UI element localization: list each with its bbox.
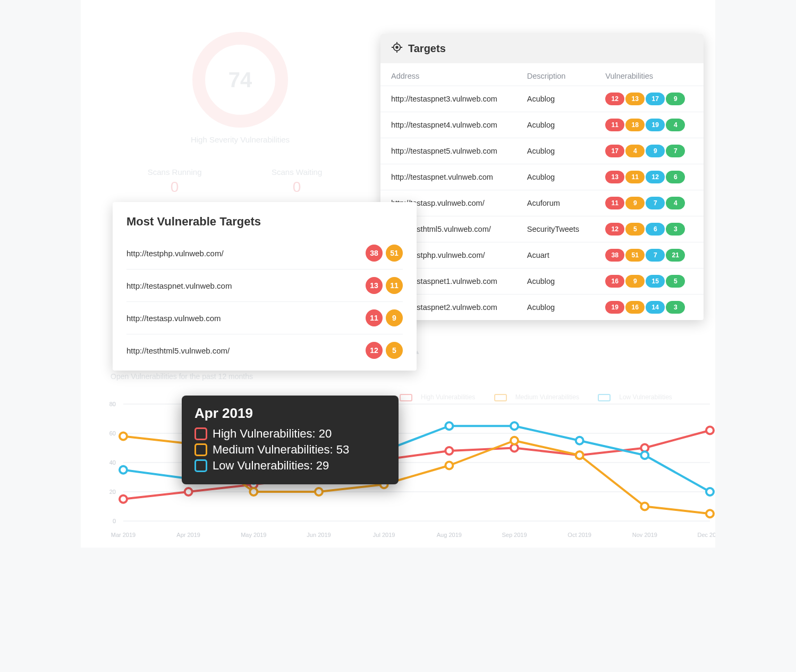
table-row[interactable]: http://testaspnet4.vulnweb.comAcublog111… bbox=[380, 112, 704, 138]
table-row[interactable]: http://testasp.vulnweb.com/Acuforum11974 bbox=[380, 190, 704, 216]
table-row[interactable]: http://testaspnet5.vulnweb.comAcublog174… bbox=[380, 138, 704, 164]
target-description: Acublog bbox=[516, 268, 595, 295]
severity-badge: 9 bbox=[646, 145, 665, 157]
severity-badge: 16 bbox=[605, 275, 624, 288]
severity-badge: 21 bbox=[666, 249, 685, 262]
severity-badge: 19 bbox=[605, 301, 624, 314]
table-row[interactable]: http://testaspnet.vulnweb.comAcublog1311… bbox=[380, 164, 704, 190]
target-vuln-badges: 17497 bbox=[595, 138, 704, 164]
col-vulnerabilities: Vulnerabilities bbox=[595, 63, 704, 86]
svg-text:Nov 2019: Nov 2019 bbox=[632, 532, 657, 538]
severity-badge: 4 bbox=[666, 197, 685, 209]
svg-text:Dec 2019: Dec 2019 bbox=[697, 532, 715, 538]
table-row[interactable]: http://testaspnet3.vulnweb.comAcublog121… bbox=[380, 86, 704, 112]
scans-running-value: 0 bbox=[148, 179, 202, 196]
mvt-address: http://testhtml5.vulnweb.com/ bbox=[126, 346, 230, 355]
donut-label: High Severity Vulnerabilities bbox=[187, 135, 293, 144]
severity-badge: 12 bbox=[646, 171, 665, 183]
severity-badge: 15 bbox=[646, 275, 665, 288]
table-row[interactable]: http://testaspnet1.vulnweb.comAcublog169… bbox=[380, 268, 704, 295]
severity-badge: 7 bbox=[646, 197, 665, 209]
targets-header: Targets bbox=[380, 34, 704, 63]
tooltip-title: Apr 2019 bbox=[194, 405, 386, 422]
list-item[interactable]: http://testhtml5.vulnweb.com/125 bbox=[126, 334, 403, 366]
svg-text:Apr 2019: Apr 2019 bbox=[176, 532, 200, 538]
severity-badge: 5 bbox=[666, 275, 685, 288]
table-row[interactable]: http://testaspnet2.vulnweb.comAcublog191… bbox=[380, 295, 704, 321]
svg-point-38 bbox=[250, 488, 257, 495]
scans-waiting-label: Scans Waiting bbox=[272, 167, 322, 177]
svg-text:40: 40 bbox=[109, 459, 116, 466]
svg-point-27 bbox=[185, 488, 192, 495]
target-description: Acublog bbox=[516, 86, 595, 112]
svg-point-39 bbox=[315, 488, 323, 495]
target-vuln-badges: 1213179 bbox=[595, 86, 704, 112]
target-address: http://testaspnet4.vulnweb.com bbox=[380, 112, 516, 138]
table-row[interactable]: http://testhtml5.vulnweb.com/SecurityTwe… bbox=[380, 216, 704, 242]
severity-badge: 3 bbox=[666, 301, 685, 314]
list-item[interactable]: http://testaspnet.vulnweb.com1311 bbox=[126, 269, 403, 301]
svg-point-51 bbox=[445, 422, 453, 430]
severity-badge: 11 bbox=[625, 171, 645, 183]
targets-title: Targets bbox=[408, 43, 446, 55]
svg-point-55 bbox=[706, 488, 714, 495]
target-address: http://testaspnet3.vulnweb.com bbox=[380, 86, 516, 112]
svg-text:Oct 2019: Oct 2019 bbox=[568, 532, 591, 538]
severity-badge: 16 bbox=[625, 301, 645, 314]
target-description: Acuforum bbox=[516, 190, 595, 216]
svg-text:Sep 2019: Sep 2019 bbox=[502, 532, 527, 538]
col-address: Address bbox=[380, 63, 516, 86]
severity-badge: 9 bbox=[625, 275, 645, 288]
svg-text:Jul 2019: Jul 2019 bbox=[373, 532, 395, 538]
swatch-medium-icon bbox=[194, 443, 207, 456]
donut-value: 74 bbox=[228, 68, 252, 92]
severity-badge: 7 bbox=[666, 145, 685, 157]
target-address: http://testaspnet.vulnweb.com bbox=[380, 164, 516, 190]
svg-point-46 bbox=[120, 466, 127, 474]
target-description: Acublog bbox=[516, 295, 595, 321]
svg-text:0: 0 bbox=[113, 518, 116, 524]
most-vulnerable-targets-panel: Most Vulnerable Targets http://testphp.v… bbox=[113, 202, 417, 371]
severity-badge: 14 bbox=[646, 301, 665, 314]
svg-point-31 bbox=[445, 447, 453, 455]
target-address: http://testaspnet5.vulnweb.com bbox=[380, 138, 516, 164]
list-item[interactable]: http://testphp.vulnweb.com/3851 bbox=[126, 237, 403, 269]
high-severity-donut: 74 High Severity Vulnerabilities bbox=[187, 32, 293, 144]
svg-text:May 2019: May 2019 bbox=[241, 532, 266, 538]
mvt-address: http://testaspnet.vulnweb.com bbox=[126, 281, 232, 290]
severity-badge: 5 bbox=[386, 342, 403, 359]
swatch-high-icon bbox=[194, 427, 207, 440]
severity-badge: 7 bbox=[646, 249, 665, 262]
severity-badge: 13 bbox=[605, 171, 624, 183]
target-vuln-badges: 3851721 bbox=[595, 242, 704, 268]
mvt-address: http://testasp.vulnweb.com bbox=[126, 314, 221, 323]
severity-badge: 12 bbox=[366, 342, 383, 359]
severity-badge: 3 bbox=[666, 223, 685, 236]
svg-point-35 bbox=[706, 427, 714, 434]
list-item[interactable]: http://testasp.vulnweb.com119 bbox=[126, 301, 403, 334]
table-row[interactable]: http://testphp.vulnweb.com/Acuart3851721 bbox=[380, 242, 704, 268]
svg-point-44 bbox=[641, 503, 648, 510]
severity-badge: 17 bbox=[605, 145, 624, 157]
svg-point-45 bbox=[706, 510, 714, 517]
severity-badge: 17 bbox=[646, 93, 665, 105]
targets-table: Address Description Vulnerabilities http… bbox=[380, 63, 704, 320]
chart-tooltip: Apr 2019 High Vulnerabilities: 20 Medium… bbox=[182, 396, 399, 484]
severity-badge: 19 bbox=[646, 119, 665, 131]
target-icon bbox=[391, 41, 403, 56]
scans-running-label: Scans Running bbox=[148, 167, 202, 177]
target-description: Acublog bbox=[516, 164, 595, 190]
severity-badge: 4 bbox=[666, 119, 685, 131]
target-vuln-badges: 169155 bbox=[595, 268, 704, 295]
severity-badge: 12 bbox=[605, 93, 624, 105]
severity-badge: 13 bbox=[625, 93, 645, 105]
severity-badge: 51 bbox=[625, 249, 645, 262]
target-vuln-badges: 1118194 bbox=[595, 112, 704, 138]
severity-badge: 9 bbox=[666, 93, 685, 105]
svg-point-41 bbox=[445, 462, 453, 469]
severity-badge: 51 bbox=[386, 245, 403, 262]
svg-point-42 bbox=[511, 437, 518, 444]
severity-badge: 9 bbox=[386, 309, 403, 326]
severity-badge: 11 bbox=[386, 277, 403, 294]
swatch-low-icon bbox=[194, 459, 207, 472]
